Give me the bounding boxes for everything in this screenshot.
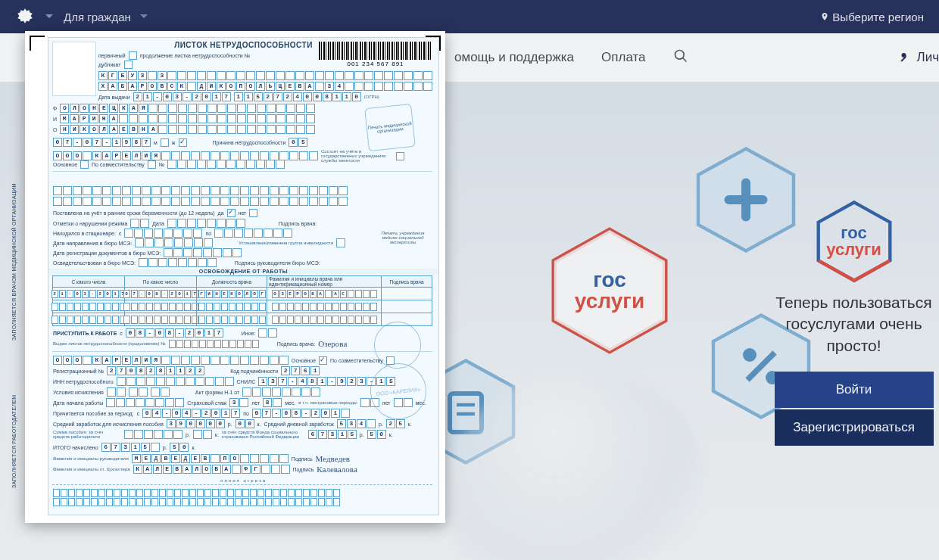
audience-dropdown[interactable]: Для граждан [64,11,158,23]
primary-label: первичный [98,53,126,58]
care-cells [53,186,348,195]
svg-point-6 [743,348,757,362]
issued-new-label: Выдан листок нетрудоспособности (продолж… [53,341,166,346]
care-cells2 [53,197,348,206]
nonins-label: в т.ч. нестраховые периоды [298,400,357,405]
th-doctor: Фамилия и инициалы врача или идентификац… [267,276,381,287]
patronymic: НИКОЛАЕВНА [60,125,315,134]
cut-line: линия отреза [48,478,438,483]
main-label: Основное [53,162,77,167]
checkbox[interactable] [124,61,133,69]
mse-sign-label: Подпись руководителя бюро МСЭ: [235,260,320,266]
nav-help[interactable]: омощь и поддержка [454,50,574,65]
sub-code-label: Код подчинённости [230,369,278,374]
no-label2: нет [239,210,247,216]
brand-hexagon: госуслуги [545,226,674,355]
checkbox-sex-m[interactable] [161,138,169,147]
mse-stamp-note: Печать учреждения медико-социальной эксп… [376,231,429,244]
snils-label: СНИЛС [237,379,256,384]
login-button[interactable]: Войти [775,372,934,408]
preg-label: Поставлена на учёт в ранние сроки береме… [53,210,215,216]
start-date-label: Дата начала работы [53,400,103,406]
sick-leave-form: ЗАПОЛНЯЕТСЯ ВРАЧОМ МЕДИЦИНСКОЙ ОРГАНИЗАЦ… [25,31,445,523]
register-button[interactable]: Зарегистрироваться [775,409,934,446]
checkbox-main[interactable] [319,356,327,365]
region-selector[interactable]: Выберите регион [820,11,924,23]
checkbox-preg-no[interactable] [249,209,257,217]
benefit-from: 04-04-2017 [142,409,240,418]
section-label-employer: ЗАПОЛНЯЕТСЯ РАБОТОДАТЕЛЕМ [11,372,22,512]
reg-no-label: Регистрационный № [53,369,104,374]
checkbox-sex-f[interactable] [179,138,187,147]
audience-label: Для граждан [64,11,131,23]
acc-signature: Калевалова [317,465,357,474]
issue-date: 21-03-2017 [133,92,231,101]
checkbox[interactable] [80,160,89,169]
address: ХАБАРОВСК ДИКОПОЛЬЦЕВА 34 [98,82,432,91]
top-nav: Для граждан Выберите регион [0,0,939,33]
checkbox[interactable] [396,152,404,160]
total-sum: 67315 [101,443,160,452]
reason-label: Причина нетрудоспособности [213,140,286,145]
svg-marker-13 [818,202,890,280]
login-link[interactable]: Лич [898,50,939,65]
doc-sign-label2: Подпись врача: [277,341,315,347]
no-label: № [159,162,165,167]
disability-label: Установлена/изменена группа инвалидности [239,241,333,245]
checkbox[interactable] [129,51,137,60]
search-icon[interactable] [673,48,688,67]
doctor-signature: Озерова [318,339,347,348]
promo-panel: госуслуги Теперь пользоваться госуслугам… [769,200,939,446]
th-to: По какое число [124,276,196,287]
form-body: ЛИСТОК НЕТРУДОСПОСОБНОСТИ 001 234 567 89… [48,37,439,515]
acc-name: КАЛЕВАЛОВА ФГ [133,465,290,474]
ogrn-value: 1152724008110 [234,92,361,101]
head-name: МЕДВЕДЕВ ПО [132,454,289,463]
sub-code: 2761 [281,366,320,375]
promo-logo: госуслуги [813,200,896,283]
avgday-label: Средний дневной заработок [264,422,334,427]
patr-prefix: О [53,127,57,132]
cond-label: Условия исчисления [53,390,104,395]
avg-salary: 390000 [167,419,225,428]
name-prefix: И [53,117,57,122]
release-table: С какого числа По какое число Должность … [52,275,432,326]
total-label: ИТОГО начислено [53,445,98,450]
org-name: КГБУЗ 3 [98,71,432,80]
employer2: ООО КАРЕЛИЯ [53,356,289,365]
avg-day: 534 [337,419,376,428]
photo-placeholder [52,42,96,96]
nav-pay[interactable]: Оплата [601,50,645,65]
crop-mark-icon [30,36,45,51]
part-label: По совместительству [92,162,145,167]
date-label: Дата [152,221,164,226]
emblem-dropdown-caret[interactable] [45,14,53,22]
benefit-period-label: Причитается пособие за период: [53,411,134,416]
stazh-label: Страховой стаж [187,400,226,406]
sign-label: Подпись [292,456,313,462]
mse3-label: Освидетельствован в бюро МСЭ: [53,260,136,266]
pin-icon [820,11,829,22]
act-label: Акт формы Н-1 от [195,390,239,395]
dob: 07-07-1987 [53,138,151,147]
cont-label: продолжение листка нетрудоспособности № [140,53,251,58]
reason-code: 05 [289,138,307,147]
no-cells [167,160,285,169]
yes-label: да [218,210,224,216]
other-label: Иное: [242,331,256,336]
release-title: ОСВОБОЖДЕНИЕ ОТ РАБОТЫ [48,269,438,274]
promo-headline: Теперь пользоваться госуслугами очень пр… [769,292,939,356]
start-work-label: ПРИСТУПИТЬ К РАБОТЕ [53,331,117,336]
start-work-date: 08-08-2017 [126,328,223,338]
section-label-medical: ЗАПОЛНЯЕТСЯ ВРАЧОМ МЕДИЦИНСКОЙ ОРГАНИЗАЦ… [11,156,22,368]
checkbox[interactable] [148,160,156,169]
svg-point-0 [675,50,684,59]
avg-label: Средний заработок для исчисления пособия [53,422,164,427]
chevron-down-icon [140,14,148,22]
sex-f-label: ж [172,140,176,145]
issue-date-label: Дата выдачи [98,95,130,100]
checkbox-preg-yes[interactable] [227,209,236,217]
th-sign: Подпись врача [381,276,432,287]
login-short: Лич [916,50,939,65]
mse2-label: Дата регистрации документов в бюро МСЭ: [53,250,161,256]
